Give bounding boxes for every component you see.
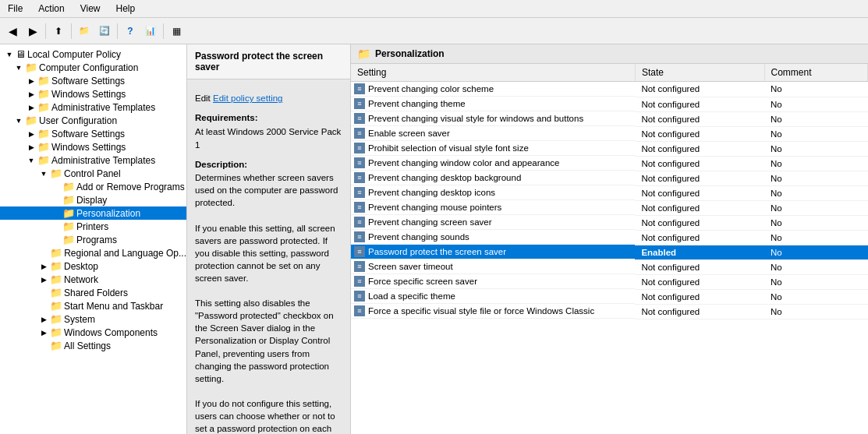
toolbar-up[interactable]: ⬆ [49,22,68,41]
cell-setting: ≡Prevent changing sounds [351,230,635,245]
tree-item-desktop[interactable]: ▶ 📁 Desktop [0,259,186,273]
tree-toggle-cc[interactable]: ▼ [12,64,25,72]
tree-toggle-sy[interactable]: ▶ [37,316,50,323]
table-row[interactable]: ≡Prohibit selection of visual style font… [351,141,868,156]
policy-name: Force a specific visual style file or fo… [368,306,594,316]
table-row[interactable]: ≡Prevent changing desktop backgroundNot … [351,171,868,185]
toolbar-refresh[interactable]: 🔄 [95,22,114,41]
cell-comment: No [764,82,868,97]
folder-icon-pg: 📁 [62,234,75,245]
table-row[interactable]: ≡Load a specific themeNot configuredNo [351,289,868,304]
folder-icon-pz: 📁 [62,207,75,219]
col-setting[interactable]: Setting [351,64,635,82]
policy-icon: ≡ [354,172,365,183]
menu-action[interactable]: Action [34,2,69,16]
toolbar-filter[interactable]: ▦ [167,22,186,41]
tree-toggle-ucww[interactable]: ▶ [25,143,37,151]
cell-setting: ≡Prevent changing window color and appea… [351,156,635,171]
tree-item-control-panel[interactable]: ▼ 📁 Control Panel [0,167,186,180]
tree-item-cc-windows[interactable]: ▶ 📁 Windows Settings [0,87,186,101]
table-row[interactable]: ≡Prevent changing mouse pointersNot conf… [351,200,868,215]
cell-state: Not configured [635,97,764,111]
table-row[interactable]: ≡Screen saver timeoutNot configuredNo [351,259,868,274]
tree-item-all-settings[interactable]: ▶ 📁 All Settings [0,339,186,352]
toolbar-back[interactable]: ◀ [3,22,22,41]
table-row[interactable]: ≡Password protect the screen saverEnable… [351,245,868,259]
folder-icon-dt: 📁 [50,260,62,272]
menu-help[interactable]: Help [112,2,140,16]
toolbar-forward[interactable]: ▶ [23,22,42,41]
table-row[interactable]: ≡Prevent changing themeNot configuredNo [351,97,868,111]
tree-toggle-wc[interactable]: ▶ [37,329,50,337]
tree-item-user-config[interactable]: ▼ 📁 User Configuration [0,114,186,127]
table-row[interactable]: ≡Prevent changing screen saverNot config… [351,215,868,230]
table-row[interactable]: ≡Prevent changing soundsNot configuredNo [351,230,868,245]
tree-item-uc-software[interactable]: ▶ 📁 Software Settings [0,127,186,140]
toolbar-help[interactable]: ? [121,22,140,41]
tree-item-uc-windows[interactable]: ▶ 📁 Windows Settings [0,140,186,153]
cell-comment: No [764,304,868,319]
tree-item-printers[interactable]: ▶ 📁 Printers [0,220,186,233]
tree-item-cc-admin[interactable]: ▶ 📁 Administrative Templates [0,101,186,114]
tree-item-programs[interactable]: ▶ 📁 Programs [0,233,186,246]
table-body: ≡Prevent changing color schemeNot config… [351,82,868,319]
tree-toggle-dt[interactable]: ▶ [37,263,50,270]
tree-toggle-cp[interactable]: ▼ [37,170,50,178]
table-row[interactable]: ≡Force specific screen saverNot configur… [351,274,868,289]
tree-toggle-ucsw[interactable]: ▶ [25,130,37,138]
tree-item-add-remove[interactable]: ▶ 📁 Add or Remove Programs [0,180,186,193]
tree-toggle-nw[interactable]: ▶ [37,276,50,284]
policy-name: Prevent changing screen saver [368,217,492,227]
table-row[interactable]: ≡Prevent changing visual style for windo… [351,111,868,126]
description-section: Description: Determines whether screen s… [195,158,342,434]
toolbar-sep-2 [71,23,72,39]
menu-file[interactable]: File [3,2,27,16]
table-row[interactable]: ≡Enable screen saverNot configuredNo [351,126,868,141]
tree-toggle-ccsw[interactable]: ▶ [25,77,37,85]
toolbar-sep-1 [45,23,46,39]
policy-name: Prevent changing color scheme [368,84,494,94]
policy-name: Prevent changing theme [368,99,466,108]
col-comment[interactable]: Comment [764,64,868,82]
tree-item-shared-folders[interactable]: ▶ 📁 Shared Folders [0,286,186,299]
table-row[interactable]: ≡Prevent changing desktop iconsNot confi… [351,185,868,200]
tree-item-uc-admin[interactable]: ▼ 📁 Administrative Templates [0,153,186,167]
tree-label-wc: Windows Components [64,327,158,338]
settings-folder-label: Personalization [375,48,445,59]
policy-table: Setting State Comment ≡Prevent changing … [351,64,868,319]
tree-item-network[interactable]: ▶ 📁 Network [0,273,186,286]
tree-toggle-local[interactable]: ▼ [3,51,16,58]
policy-name: Enable screen saver [368,129,450,138]
col-state[interactable]: State [635,64,764,82]
tree-label-as: All Settings [64,340,111,351]
menu-view[interactable]: View [76,2,105,16]
toolbar-export[interactable]: 📊 [141,22,160,41]
tree-label-rg: Regional and Language Op... [64,248,186,259]
tree-toggle-ucat[interactable]: ▼ [25,157,37,164]
toolbar-show-hide[interactable]: 📁 [75,22,94,41]
policy-icon: ≡ [354,202,365,213]
cell-comment: No [764,126,868,141]
tree-item-local-computer-policy[interactable]: ▼ 🖥 Local Computer Policy [0,48,186,61]
tree-item-system[interactable]: ▶ 📁 System [0,312,186,326]
tree-item-windows-components[interactable]: ▶ 📁 Windows Components [0,326,186,339]
cell-state: Not configured [635,141,764,156]
tree-item-personalization[interactable]: ▶ 📁 Personalization [0,206,186,220]
tree-item-computer-config[interactable]: ▼ 📁 Computer Configuration [0,61,186,74]
cell-state: Not configured [635,126,764,141]
tree-item-start-menu[interactable]: ▶ 📁 Start Menu and Taskbar [0,299,186,312]
table-row[interactable]: ≡Force a specific visual style file or f… [351,304,868,319]
cell-comment: No [764,97,868,111]
cell-state: Not configured [635,185,764,200]
policy-name: Prohibit selection of visual style font … [368,143,529,153]
tree-label-uc: User Configuration [39,115,117,126]
table-row[interactable]: ≡Prevent changing color schemeNot config… [351,82,868,97]
table-row[interactable]: ≡Prevent changing window color and appea… [351,156,868,171]
tree-item-display[interactable]: ▶ 📁 Display [0,193,186,206]
tree-item-cc-software[interactable]: ▶ 📁 Software Settings [0,74,186,87]
tree-toggle-uc[interactable]: ▼ [12,117,25,125]
tree-toggle-ccww[interactable]: ▶ [25,90,37,98]
edit-policy-link[interactable]: Edit policy setting [213,94,283,103]
tree-toggle-ccat[interactable]: ▶ [25,104,37,111]
tree-item-regional[interactable]: ▶ 📁 Regional and Language Op... [0,246,186,259]
